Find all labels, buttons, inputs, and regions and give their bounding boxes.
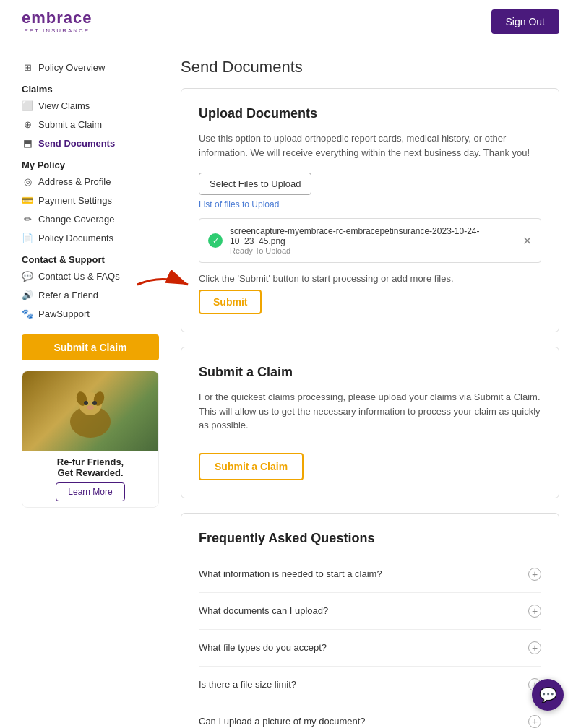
logo: embrace PET INSURANCE xyxy=(22,9,92,34)
learn-more-button[interactable]: Learn More xyxy=(56,482,124,501)
sidebar-item-payment-settings[interactable]: 💳 Payment Settings xyxy=(22,191,159,209)
faq-item[interactable]: What file types do you accept? + xyxy=(199,630,541,667)
sidebar-item-view-claims[interactable]: ⬜ View Claims xyxy=(22,96,159,115)
sidebar-category-my-policy: My Policy xyxy=(22,160,159,170)
dog-illustration xyxy=(58,378,123,443)
svg-point-5 xyxy=(92,401,97,405)
logo-sub: PET INSURANCE xyxy=(22,27,92,34)
submit-button[interactable]: Submit xyxy=(199,290,262,314)
pet-card-body: Re-fur Friends, Get Rewarded. Learn More xyxy=(22,451,158,507)
sidebar-item-label: Policy Overview xyxy=(38,62,105,73)
submit-claim-sidebar-button[interactable]: Submit a Claim xyxy=(22,334,159,360)
policy-overview-icon: ⊞ xyxy=(22,61,33,73)
faq-list: What information is needed to start a cl… xyxy=(199,556,541,729)
upload-card-description: Use this option to upload orthopedic rep… xyxy=(199,131,541,160)
sidebar-item-label: View Claims xyxy=(38,100,90,111)
submit-instruction: Click the 'Submit' button to start proce… xyxy=(199,273,541,284)
faq-expand-icon[interactable]: + xyxy=(528,715,541,728)
faq-expand-icon[interactable]: + xyxy=(528,604,541,618)
file-name: screencapture-myembrace-rc-embracepetins… xyxy=(230,226,522,246)
sidebar-category-claims: Claims xyxy=(22,84,159,95)
faq-question: What file types do you accept? xyxy=(199,642,327,653)
send-documents-icon: ⬒ xyxy=(22,137,33,149)
file-info: ✓ screencapture-myembrace-rc-embracepeti… xyxy=(208,226,522,255)
faq-item[interactable]: What information is needed to start a cl… xyxy=(199,556,541,593)
sidebar-category-contact-support: Contact & Support xyxy=(22,254,159,265)
main-content: Send Documents Upload Documents Use this… xyxy=(181,58,559,728)
svg-point-4 xyxy=(84,401,88,405)
chat-bubble-button[interactable]: 💬 xyxy=(532,679,564,711)
pet-card-subtitle: Get Rewarded. xyxy=(28,467,152,478)
faq-title: Frequently Asked Questions xyxy=(199,531,541,546)
view-claims-icon: ⬜ xyxy=(22,100,33,111)
header: embrace PET INSURANCE Sign Out xyxy=(0,0,581,43)
submit-claim-card-button[interactable]: Submit a Claim xyxy=(199,453,304,480)
submit-claim-card: Submit a Claim For the quickest claims p… xyxy=(181,347,559,498)
file-upload-row: ✓ screencapture-myembrace-rc-embracepeti… xyxy=(199,218,541,263)
logo-text: embrace xyxy=(22,9,92,27)
page-title: Send Documents xyxy=(181,58,559,77)
faq-expand-icon[interactable]: + xyxy=(528,568,541,581)
sidebar-item-label: Send Documents xyxy=(38,138,115,149)
sidebar-item-paw-support[interactable]: 🐾 PawSupport xyxy=(22,304,159,323)
close-file-button[interactable]: ✕ xyxy=(522,234,532,248)
red-arrow xyxy=(134,270,191,299)
file-status: Ready To Upload xyxy=(230,246,522,255)
sign-out-button[interactable]: Sign Out xyxy=(491,9,559,34)
check-circle-icon: ✓ xyxy=(208,233,223,248)
faq-card: Frequently Asked Questions What informat… xyxy=(181,513,559,729)
pet-image xyxy=(22,371,158,451)
sidebar-item-label: Submit a Claim xyxy=(38,119,102,130)
faq-item[interactable]: What documents can I upload? + xyxy=(199,593,541,630)
sidebar-item-label: Address & Profile xyxy=(38,176,111,187)
address-icon: ◎ xyxy=(22,176,33,187)
sidebar-item-label: Payment Settings xyxy=(38,195,112,206)
sidebar-item-label: Refer a Friend xyxy=(38,290,98,300)
sidebar-item-label: PawSupport xyxy=(38,308,90,319)
faq-question: Is there a file size limit? xyxy=(199,679,296,690)
sidebar-item-label: Change Coverage xyxy=(38,214,115,225)
list-files-link[interactable]: List of files to Upload xyxy=(199,199,541,209)
sidebar-item-policy-overview[interactable]: ⊞ Policy Overview xyxy=(22,58,159,77)
sidebar-item-change-coverage[interactable]: ✏ Change Coverage xyxy=(22,209,159,228)
submit-claim-icon: ⊕ xyxy=(22,118,33,130)
upload-documents-card: Upload Documents Use this option to uplo… xyxy=(181,88,559,332)
submit-claim-card-title: Submit a Claim xyxy=(199,365,541,380)
paw-support-icon: 🐾 xyxy=(22,308,33,319)
sidebar-item-submit-claim[interactable]: ⊕ Submit a Claim xyxy=(22,115,159,134)
sidebar-item-label: Policy Documents xyxy=(38,233,113,243)
faq-question: What documents can I upload? xyxy=(199,605,328,616)
sidebar-item-label: Contact Us & FAQs xyxy=(38,271,120,282)
pet-card-title: Re-fur Friends, xyxy=(28,456,152,467)
contact-us-icon: 💬 xyxy=(22,270,33,282)
submit-claim-card-description: For the quickest claims processing, plea… xyxy=(199,390,541,433)
file-details: screencapture-myembrace-rc-embracepetins… xyxy=(230,226,522,255)
faq-question: Can I upload a picture of my document? xyxy=(199,716,366,727)
faq-question: What information is needed to start a cl… xyxy=(199,568,382,579)
submit-section: Click the 'Submit' button to start proce… xyxy=(199,273,541,314)
main-layout: ⊞ Policy Overview Claims ⬜ View Claims ⊕… xyxy=(0,43,581,728)
sidebar-item-send-documents[interactable]: ⬒ Send Documents xyxy=(22,134,159,152)
faq-item[interactable]: Is there a file size limit? + xyxy=(199,667,541,703)
sidebar-item-address-profile[interactable]: ◎ Address & Profile xyxy=(22,172,159,191)
refer-friend-icon: 🔊 xyxy=(22,289,33,300)
sidebar: ⊞ Policy Overview Claims ⬜ View Claims ⊕… xyxy=(22,58,159,728)
payment-icon: 💳 xyxy=(22,194,33,206)
select-files-button[interactable]: Select Files to Upload xyxy=(199,173,311,195)
sidebar-item-policy-documents[interactable]: 📄 Policy Documents xyxy=(22,228,159,247)
svg-point-6 xyxy=(87,405,94,410)
change-coverage-icon: ✏ xyxy=(22,213,33,225)
faq-item[interactable]: Can I upload a picture of my document? + xyxy=(199,703,541,729)
policy-docs-icon: 📄 xyxy=(22,232,33,243)
upload-card-title: Upload Documents xyxy=(199,106,541,121)
faq-expand-icon[interactable]: + xyxy=(528,641,541,654)
pet-card: Re-fur Friends, Get Rewarded. Learn More xyxy=(22,370,159,508)
